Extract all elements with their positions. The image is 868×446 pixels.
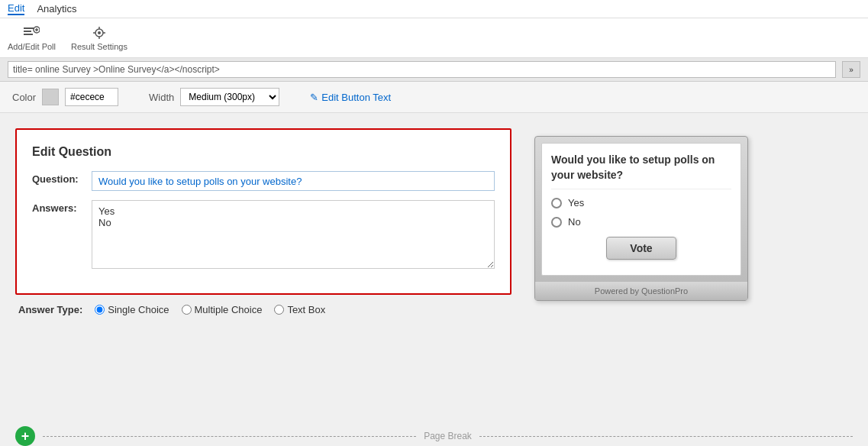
vote-button[interactable]: Vote: [606, 237, 676, 260]
preview-footer: Powered by QuestionPro: [535, 282, 747, 300]
answer-type-row: Answer Type: Single Choice Multiple Choi…: [15, 304, 511, 315]
menu-bar: Edit Analytics: [0, 0, 868, 18]
svg-point-7: [98, 31, 101, 34]
question-input[interactable]: [92, 171, 495, 191]
menu-analytics[interactable]: Analytics: [37, 3, 76, 15]
result-settings-icon: [90, 25, 108, 40]
edit-question-title: Edit Question: [32, 145, 495, 159]
page-break-text: Page Break: [424, 431, 472, 441]
toolbar-result-settings[interactable]: Result Settings: [71, 25, 127, 51]
main-content: Edit Question Question: Answers: Yes No …: [0, 113, 868, 419]
svg-rect-2: [24, 34, 33, 35]
vote-btn-container: Vote: [551, 237, 731, 260]
page-break-line: [43, 436, 416, 437]
page-break-bar: + Page Break: [0, 419, 868, 446]
code-bar: »: [0, 58, 868, 82]
menu-edit[interactable]: Edit: [8, 2, 24, 15]
toolbar-result-settings-label: Result Settings: [71, 42, 127, 51]
preview-content: Would you like to setup polls on your we…: [541, 143, 741, 276]
code-input[interactable]: [8, 61, 836, 78]
color-input[interactable]: [65, 88, 118, 106]
preview-answer-no: No: [551, 216, 731, 228]
preview-widget: Would you like to setup polls on your we…: [534, 136, 748, 301]
width-select[interactable]: Small (200px) Medium (300px) Large (400p…: [180, 88, 279, 106]
edit-question-box: Edit Question Question: Answers: Yes No: [15, 128, 511, 295]
preview-answer-yes-label: Yes: [568, 197, 584, 208]
radio-multiple-choice[interactable]: Multiple Choice: [182, 304, 263, 315]
preview-answers: Yes No: [551, 197, 731, 228]
edit-button-text-label: Edit Button Text: [321, 92, 391, 103]
color-group: Color: [12, 88, 118, 106]
preview-answer-no-label: No: [568, 216, 581, 228]
multiple-choice-label: Multiple Choice: [195, 304, 263, 315]
radio-text-box[interactable]: Text Box: [274, 304, 325, 315]
question-row: Question:: [32, 171, 495, 191]
toolbar-add-edit-poll-label: Add/Edit Poll: [8, 42, 56, 51]
preview-radio-no: [551, 217, 562, 228]
add-edit-poll-icon: [22, 25, 40, 40]
add-page-break-button[interactable]: +: [15, 426, 35, 446]
edit-icon: ✎: [310, 92, 318, 103]
width-label: Width: [149, 92, 174, 103]
answers-textarea[interactable]: Yes No: [92, 200, 495, 269]
answer-type-label: Answer Type:: [18, 304, 82, 315]
settings-bar: Color Width Small (200px) Medium (300px)…: [0, 82, 868, 113]
preview-answer-yes: Yes: [551, 197, 731, 208]
svg-rect-0: [24, 27, 34, 29]
svg-rect-1: [24, 31, 31, 32]
radio-single-choice[interactable]: Single Choice: [95, 304, 169, 315]
answers-row: Answers: Yes No: [32, 200, 495, 269]
single-choice-label: Single Choice: [108, 304, 169, 315]
page-break-line-right: [479, 436, 853, 437]
preview-radio-yes: [551, 198, 562, 208]
answers-label: Answers:: [32, 200, 86, 214]
color-preview-swatch: [42, 89, 59, 105]
text-box-label: Text Box: [287, 304, 325, 315]
toolbar-add-edit-poll[interactable]: Add/Edit Poll: [8, 25, 56, 51]
code-bar-expand-btn[interactable]: »: [842, 61, 860, 78]
width-group: Width Small (200px) Medium (300px) Large…: [149, 88, 279, 106]
toolbar: Add/Edit Poll Result Settings: [0, 18, 868, 58]
question-label: Question:: [32, 171, 86, 185]
edit-question-container: Edit Question Question: Answers: Yes No …: [15, 128, 511, 403]
preview-question: Would you like to setup polls on your we…: [551, 153, 731, 189]
color-label: Color: [12, 92, 36, 103]
edit-button-text-link[interactable]: ✎ Edit Button Text: [310, 92, 391, 103]
